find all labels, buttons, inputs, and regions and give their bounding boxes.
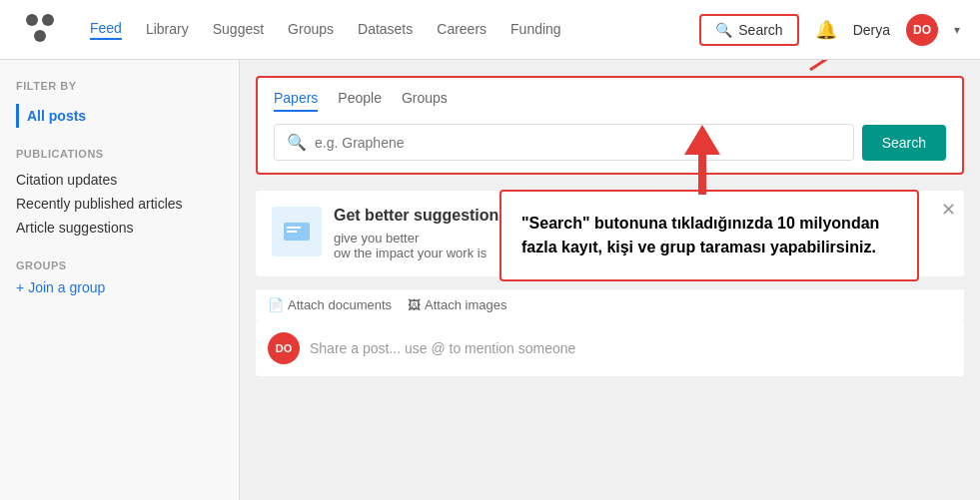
groups-section-title: GROUPS — [16, 259, 223, 271]
search-icon: 🔍 — [715, 22, 732, 38]
header-right: 🔍 Search 🔔 Derya DO ▾ — [699, 14, 960, 46]
arrow-shaft — [698, 155, 706, 195]
logo — [20, 8, 60, 52]
search-input-row: 🔍 Search — [274, 124, 946, 161]
nav-datasets[interactable]: Datasets — [358, 21, 413, 39]
search-tabs: Papers People Groups — [274, 90, 946, 112]
attach-images-label: Attach images — [425, 297, 506, 312]
tab-people[interactable]: People — [338, 90, 382, 112]
close-button[interactable]: ✕ — [941, 199, 956, 221]
search-input-wrapper: 🔍 — [274, 124, 854, 161]
suggestion-title: Get better suggestions — [334, 207, 507, 225]
nav-suggest[interactable]: Suggest — [213, 21, 264, 39]
suggestion-icon — [272, 207, 322, 256]
svg-rect-5 — [287, 231, 297, 233]
search-input[interactable] — [315, 135, 841, 151]
suggestion-desc: give you better ow the impact your work … — [334, 231, 507, 260]
nav-library[interactable]: Library — [146, 21, 189, 39]
attach-images[interactable]: 🖼 Attach images — [408, 297, 506, 312]
chevron-down-icon[interactable]: ▾ — [954, 23, 960, 37]
header-search-label: Search — [738, 22, 782, 38]
sidebar: FILTER BY All posts PUBLICATIONS Citatio… — [0, 60, 240, 500]
notification-bell-icon[interactable]: 🔔 — [815, 19, 837, 41]
svg-point-2 — [34, 30, 46, 42]
search-magnifier-icon: 🔍 — [287, 133, 307, 152]
join-group-link[interactable]: + Join a group — [16, 279, 223, 295]
svg-rect-4 — [287, 227, 301, 229]
publications-section-title: PUBLICATIONS — [16, 148, 223, 160]
attach-documents[interactable]: 📄 Attach documents — [268, 297, 392, 312]
content-area: Papers People Groups 🔍 Search "Search" b… — [240, 60, 980, 500]
search-submit-button[interactable]: Search — [862, 125, 946, 161]
share-post-placeholder[interactable]: Share a post... use @ to mention someone — [310, 340, 952, 356]
svg-point-1 — [42, 14, 54, 26]
attach-img-icon: 🖼 — [408, 297, 421, 312]
main-container: FILTER BY All posts PUBLICATIONS Citatio… — [0, 60, 980, 500]
suggestion-text: Get better suggestions give you better o… — [334, 207, 507, 260]
arrow-triangle — [684, 125, 720, 155]
tab-groups[interactable]: Groups — [402, 90, 448, 112]
sidebar-citation-updates[interactable]: Citation updates — [16, 168, 223, 192]
tab-papers[interactable]: Papers — [274, 90, 318, 112]
attach-doc-icon: 📄 — [268, 297, 284, 312]
plus-icon: + — [16, 279, 24, 295]
sidebar-article-suggestions[interactable]: Article suggestions — [16, 216, 223, 240]
join-group-label: Join a group — [28, 279, 105, 295]
avatar[interactable]: DO — [906, 14, 938, 46]
tooltip-text: "Search" butonuna tıkladığınızda 10 mily… — [521, 215, 879, 255]
attach-row: 📄 Attach documents 🖼 Attach images — [256, 288, 964, 320]
svg-line-6 — [810, 60, 900, 70]
sidebar-all-posts[interactable]: All posts — [16, 104, 223, 128]
header: Feed Library Suggest Groups Datasets Car… — [0, 0, 980, 60]
sidebar-recently-published[interactable]: Recently published articles — [16, 192, 223, 216]
svg-point-0 — [26, 14, 38, 26]
username-label: Derya — [853, 22, 890, 38]
attach-documents-label: Attach documents — [288, 297, 392, 312]
share-post-row: DO Share a post... use @ to mention some… — [256, 320, 964, 376]
tooltip-annotation-box: "Search" butonuna tıkladığınızda 10 mily… — [499, 190, 919, 281]
main-nav: Feed Library Suggest Groups Datasets Car… — [90, 20, 699, 40]
nav-funding[interactable]: Funding — [510, 21, 561, 39]
nav-careers[interactable]: Careers — [437, 21, 487, 39]
search-panel: Papers People Groups 🔍 Search — [256, 76, 964, 175]
nav-feed[interactable]: Feed — [90, 20, 122, 40]
arrow-up-annotation — [684, 125, 720, 195]
header-search-button[interactable]: 🔍 Search — [699, 14, 798, 46]
nav-groups[interactable]: Groups — [288, 21, 334, 39]
filter-title: FILTER BY — [16, 80, 223, 92]
share-avatar: DO — [268, 332, 300, 364]
